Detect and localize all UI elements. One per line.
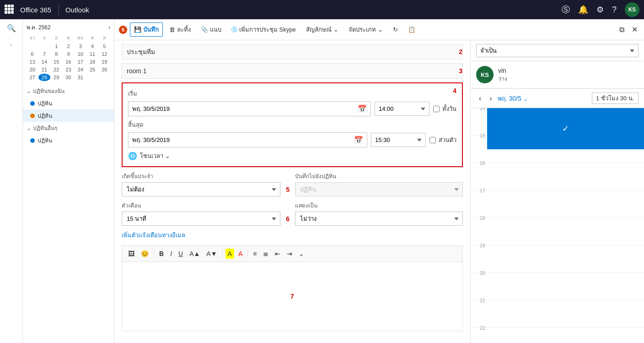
attach-button[interactable]: 📎 แนบ (197, 23, 225, 36)
settings-icon[interactable]: ⚙ (596, 5, 604, 15)
cal-day[interactable]: 17 (75, 58, 86, 65)
calendar-item-3[interactable]: ปฏิทิน (23, 134, 114, 147)
cal-day[interactable]: 27 (27, 74, 38, 81)
numbered-list-button[interactable]: ≣ (261, 249, 271, 259)
insert-emoji-button[interactable]: 😊 (139, 249, 151, 259)
underline-button[interactable]: U (176, 249, 185, 259)
save-button[interactable]: 💾 บันทึก (130, 22, 163, 37)
end-calendar-icon[interactable]: 📅 (350, 133, 367, 147)
cal-day[interactable]: 1 (51, 43, 62, 50)
cal-next-button[interactable]: › (487, 93, 494, 103)
bullet-list-button[interactable]: ≡ (251, 249, 259, 259)
cal-day[interactable]: 13 (27, 58, 38, 65)
cal-day[interactable]: 9 (63, 50, 74, 58)
skype-meeting-button[interactable]: Ⓢ เพิ่มการประชุม Skype (228, 23, 300, 36)
skype-icon[interactable]: Ⓢ (562, 4, 570, 15)
user-avatar[interactable]: KS (625, 2, 639, 17)
more-options-button[interactable]: ⌄ (296, 249, 306, 259)
cal-day[interactable]: 20 (27, 66, 38, 73)
italic-button[interactable]: I (168, 249, 174, 259)
tags-button[interactable]: สัญลักษณ์ ⌄ (302, 23, 342, 36)
cal-day[interactable]: 4 (86, 43, 98, 50)
editor-content[interactable]: 7 (122, 262, 462, 331)
reminder-select[interactable]: 15 นาที 30 นาที 1 ชั่วโมง (122, 212, 280, 226)
close-button[interactable]: ✕ (630, 23, 639, 36)
end-date-input[interactable] (129, 133, 350, 147)
bold-button[interactable]: B (157, 249, 166, 259)
cal-day[interactable]: 18 (86, 58, 98, 65)
cal-day[interactable]: 3 (75, 43, 86, 50)
add-email-reminder-link[interactable]: เพิ่มตัวแจ้งเตือนทางอีเมล (122, 230, 463, 240)
delete-button[interactable]: 🗑 ละทิ้ง (166, 23, 194, 36)
app-launcher-button[interactable] (5, 5, 15, 15)
cal-day[interactable]: 8 (51, 50, 62, 58)
location-input[interactable] (122, 64, 455, 78)
recurrence-icon-btn[interactable]: ↻ (389, 24, 402, 35)
cal-duration-select[interactable]: 1 ชั่วโมง 30 น. (592, 93, 639, 104)
office365-title: Office 365 (20, 6, 51, 14)
insert-image-button[interactable]: 🖼 (126, 249, 137, 259)
extra-button[interactable]: 📋 (404, 24, 419, 35)
categorize-button[interactable]: จัดประเภท ⌄ (345, 23, 386, 36)
calendar-item-2[interactable]: ปฏิทิน (23, 109, 114, 122)
cal-day[interactable]: 24 (75, 66, 86, 73)
cal-day[interactable] (27, 43, 38, 50)
cal-day[interactable]: 26 (99, 66, 110, 73)
start-date-input[interactable] (129, 102, 354, 115)
cal-day[interactable]: 14 (38, 58, 50, 65)
recurrence-number: 5 (286, 186, 290, 193)
other-calendars-section[interactable]: ⌄ ปฏิทินอื่นๆ (23, 122, 114, 134)
recurrence-select[interactable]: ไม่ต้อง ทุกวัน ทุกสัปดาห์ (122, 182, 280, 196)
save-to-select[interactable]: ปฏิทิน (295, 182, 463, 196)
cal-day[interactable]: 21 (38, 66, 50, 73)
notifications-icon[interactable]: 🔔 (578, 5, 588, 15)
start-calendar-icon[interactable]: 📅 (354, 102, 370, 116)
title-input[interactable] (122, 44, 455, 59)
font-size-up-button[interactable]: A▲ (187, 249, 202, 259)
show-as-select[interactable]: ไม่ว่าง ว่าง ชั่วคราว (295, 212, 463, 226)
cal-day[interactable]: 29 (51, 74, 62, 81)
cal-prev-button[interactable]: ‹ (476, 93, 484, 103)
skype-btn-icon: Ⓢ (231, 26, 237, 34)
outdent-button[interactable]: ⇤ (273, 249, 283, 259)
search-icon[interactable]: 🔍 (7, 24, 16, 33)
all-day-checkbox[interactable] (433, 106, 440, 112)
timezone-button[interactable]: โซนเวลา ⌄ (140, 151, 170, 161)
time-slot-19: 19 (471, 245, 644, 273)
cal-day[interactable]: 5 (99, 43, 110, 50)
cal-day[interactable]: 19 (99, 58, 110, 65)
mini-cal-month: พ.ค. 2562 (27, 23, 51, 32)
start-time-select[interactable]: 14:00 (375, 102, 429, 116)
help-icon[interactable]: ? (612, 5, 617, 15)
cal-day[interactable]: 2 (63, 43, 74, 50)
cal-day[interactable]: 15 (51, 58, 62, 65)
cal-day[interactable]: 30 (63, 74, 74, 81)
cal-day[interactable]: 22 (51, 66, 62, 73)
collapse-icon[interactable]: ‹ (11, 42, 12, 48)
required-select[interactable]: จำเป็น ไม่บังคับ (476, 44, 639, 57)
cal-day[interactable]: 10 (75, 50, 86, 58)
cal-day[interactable]: 7 (38, 50, 50, 58)
cal-day[interactable] (99, 74, 110, 81)
cal-day[interactable]: 11 (86, 50, 98, 58)
expand-button[interactable]: ⧉ (617, 23, 626, 36)
calendar-item-1[interactable]: ปฏิทิน (23, 97, 114, 109)
cal-day[interactable]: 25 (86, 66, 98, 73)
cal-day[interactable]: 31 (75, 74, 86, 81)
cal-day[interactable] (38, 43, 50, 50)
highlight-button[interactable]: A (225, 249, 234, 259)
font-color-button[interactable]: A (236, 249, 245, 259)
cal-day[interactable]: 16 (63, 58, 74, 65)
cal-day[interactable] (86, 74, 98, 81)
indent-button[interactable]: ⇥ (284, 249, 295, 259)
cal-day-today[interactable]: 28 (38, 74, 50, 81)
cal-day[interactable]: 12 (99, 50, 110, 58)
my-calendars-section[interactable]: ⌄ ปฏิทินของฉัน (23, 85, 114, 97)
cal-day[interactable]: 23 (63, 66, 74, 73)
end-time-select[interactable]: 15:30 (371, 133, 426, 147)
font-size-down-button[interactable]: A▼ (204, 249, 219, 259)
chevron-down-icon: ⌄ (27, 125, 31, 131)
cal-date-label[interactable]: พฤ. 30/5 ⌄ (498, 93, 528, 103)
private-checkbox[interactable] (429, 137, 436, 143)
cal-day[interactable]: 6 (27, 50, 38, 58)
